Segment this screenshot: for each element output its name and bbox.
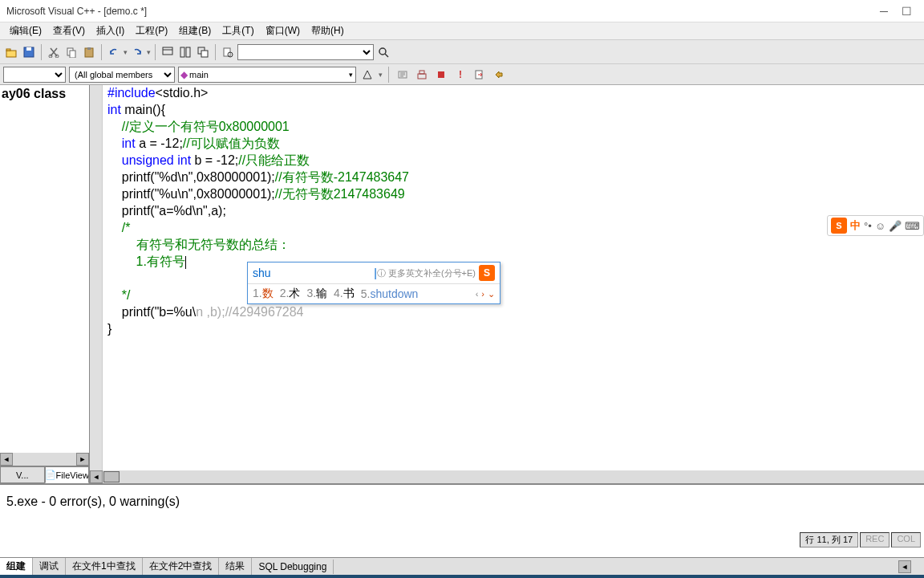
execute-icon[interactable]: ! bbox=[452, 67, 468, 83]
copy-icon[interactable] bbox=[63, 44, 79, 60]
wizard-action-icon[interactable] bbox=[359, 67, 375, 83]
tab-fileview[interactable]: 📄FileView bbox=[45, 466, 90, 483]
svg-rect-3 bbox=[26, 47, 31, 51]
ime-candidate-2[interactable]: 2.术 bbox=[280, 287, 301, 301]
svg-rect-13 bbox=[186, 47, 190, 57]
text-cursor bbox=[185, 256, 186, 269]
svg-rect-1 bbox=[6, 49, 10, 51]
menu-edit[interactable]: 编辑(E) bbox=[5, 22, 47, 39]
workspace-panel: ay06 class ◄► V... 📄FileView bbox=[0, 85, 90, 483]
save-icon[interactable] bbox=[21, 44, 37, 60]
scroll-right-icon[interactable]: ► bbox=[76, 453, 89, 466]
ime-punct-icon[interactable]: °• bbox=[864, 220, 872, 232]
ime-composition: shu bbox=[253, 267, 374, 279]
svg-rect-10 bbox=[163, 47, 172, 55]
svg-line-19 bbox=[385, 54, 388, 57]
ime-emoji-icon[interactable]: ☺ bbox=[875, 220, 886, 232]
svg-rect-15 bbox=[201, 51, 208, 57]
tab-find2[interactable]: 在文件2中查找 bbox=[143, 558, 220, 575]
undo-icon[interactable] bbox=[106, 44, 122, 60]
open-icon[interactable] bbox=[3, 44, 19, 60]
ime-candidate-5[interactable]: 5.shutdown bbox=[361, 287, 419, 300]
status-bar: 行 11, 列 17 REC COL bbox=[800, 532, 921, 547]
ime-prev-icon[interactable]: ‹ bbox=[476, 289, 479, 299]
ime-voice-icon[interactable]: 🎤 bbox=[889, 220, 902, 232]
compile-icon[interactable] bbox=[395, 67, 411, 83]
svg-rect-7 bbox=[70, 51, 75, 58]
scroll-left-icon[interactable]: ◄ bbox=[90, 470, 103, 483]
ime-candidate-4[interactable]: 4.书 bbox=[334, 287, 355, 301]
menu-build[interactable]: 组建(B) bbox=[174, 22, 216, 39]
tab-classview[interactable]: V... bbox=[0, 466, 45, 483]
breakpoint-icon[interactable] bbox=[491, 67, 507, 83]
class-tree[interactable]: ay06 class bbox=[0, 85, 89, 453]
svg-rect-22 bbox=[419, 71, 424, 74]
cursor-position: 行 11, 列 17 bbox=[800, 532, 858, 547]
editor-gutter bbox=[90, 85, 103, 470]
redo-icon[interactable] bbox=[129, 44, 145, 60]
scroll-left-icon[interactable]: ◄ bbox=[898, 560, 911, 573]
find-combo[interactable] bbox=[237, 44, 374, 60]
window-cascade-icon[interactable] bbox=[195, 44, 211, 60]
svg-point-18 bbox=[379, 48, 386, 55]
class-combo[interactable] bbox=[3, 67, 66, 83]
minimize-button[interactable]: ─ bbox=[873, 3, 895, 19]
build-icon[interactable] bbox=[414, 67, 430, 83]
stop-build-icon[interactable] bbox=[433, 67, 449, 83]
tab-debug[interactable]: 调试 bbox=[33, 558, 66, 575]
paste-icon[interactable] bbox=[81, 44, 97, 60]
ime-next-icon[interactable]: › bbox=[481, 289, 484, 299]
menu-window[interactable]: 窗口(W) bbox=[261, 22, 305, 39]
output-panel: 5.exe - 0 error(s), 0 warning(s) bbox=[0, 483, 924, 557]
col-indicator: COL bbox=[891, 532, 921, 547]
build-output-text: 5.exe - 0 error(s), 0 warning(s) bbox=[6, 495, 918, 509]
ime-hint: ⓘ 更多英文补全(分号+E) bbox=[377, 267, 476, 279]
menu-tools[interactable]: 工具(T) bbox=[217, 22, 258, 39]
title-bar: Microsoft Visual C++ - [demo.c *] ─ ☐ bbox=[0, 0, 924, 22]
maximize-button[interactable]: ☐ bbox=[895, 3, 918, 19]
tab-find1[interactable]: 在文件1中查找 bbox=[66, 558, 143, 575]
scope-combo[interactable]: (All global members bbox=[69, 67, 175, 83]
ime-lang-toggle[interactable]: 中 bbox=[850, 218, 861, 233]
go-icon[interactable] bbox=[472, 67, 488, 83]
window-title: Microsoft Visual C++ - [demo.c *] bbox=[6, 6, 873, 17]
find-icon[interactable] bbox=[375, 44, 391, 60]
tab-build[interactable]: 组建 bbox=[0, 558, 33, 575]
menu-project[interactable]: 工程(P) bbox=[131, 22, 172, 39]
scroll-left-icon[interactable]: ◄ bbox=[0, 453, 13, 466]
ime-keyboard-icon[interactable]: ⌨ bbox=[905, 220, 920, 232]
svg-rect-0 bbox=[6, 51, 16, 57]
ime-candidate-1[interactable]: 1.数 bbox=[253, 287, 274, 301]
workspace-tabs: V... 📄FileView bbox=[0, 466, 89, 483]
svg-rect-9 bbox=[87, 47, 91, 50]
ime-expand-icon[interactable]: ⌄ bbox=[488, 289, 495, 299]
tab-sql[interactable]: SQL Debugging bbox=[252, 560, 334, 574]
svg-rect-23 bbox=[438, 71, 444, 78]
code-area[interactable]: #include<stdio.h> int main(){ //定义一个有符号0… bbox=[103, 85, 924, 470]
svg-rect-12 bbox=[180, 47, 184, 57]
standard-toolbar: ▾ ▾ bbox=[0, 40, 924, 64]
editor-hscroll[interactable]: ◄ bbox=[90, 470, 924, 483]
menu-view[interactable]: 查看(V) bbox=[48, 22, 90, 39]
code-editor[interactable]: #include<stdio.h> int main(){ //定义一个有符号0… bbox=[90, 85, 924, 483]
function-label[interactable]: main bbox=[189, 70, 346, 79]
ime-status-bar[interactable]: S 中 °• ☺ 🎤 ⌨ bbox=[827, 215, 924, 236]
svg-rect-21 bbox=[418, 74, 426, 79]
find-in-files-icon[interactable] bbox=[220, 44, 236, 60]
ime-candidate-window[interactable]: shu| ⓘ 更多英文补全(分号+E) S 1.数 2.术 3.输 4.书 5.… bbox=[247, 262, 500, 304]
rec-indicator: REC bbox=[860, 532, 890, 547]
sogou-logo-icon: S bbox=[479, 265, 495, 281]
sogou-logo-icon: S bbox=[831, 218, 847, 234]
tab-results[interactable]: 结果 bbox=[219, 558, 252, 575]
output-tabs: 组建 调试 在文件1中查找 在文件2中查找 结果 SQL Debugging ◄ bbox=[0, 557, 924, 575]
menu-insert[interactable]: 插入(I) bbox=[91, 22, 129, 39]
wizard-toolbar: (All global members ◆ main ▾ ▾ ! bbox=[0, 64, 924, 85]
ime-candidate-3[interactable]: 3.输 bbox=[306, 287, 327, 301]
window-list-icon[interactable] bbox=[160, 44, 176, 60]
window-tile-icon[interactable] bbox=[177, 44, 193, 60]
tree-item[interactable]: ay06 class bbox=[2, 87, 87, 101]
promo-banner: 读完整更新公众号：云帆考研 bbox=[0, 575, 924, 578]
menu-help[interactable]: 帮助(H) bbox=[306, 22, 349, 39]
cut-icon[interactable] bbox=[46, 44, 62, 60]
menu-bar: 编辑(E) 查看(V) 插入(I) 工程(P) 组建(B) 工具(T) 窗口(W… bbox=[0, 22, 924, 40]
